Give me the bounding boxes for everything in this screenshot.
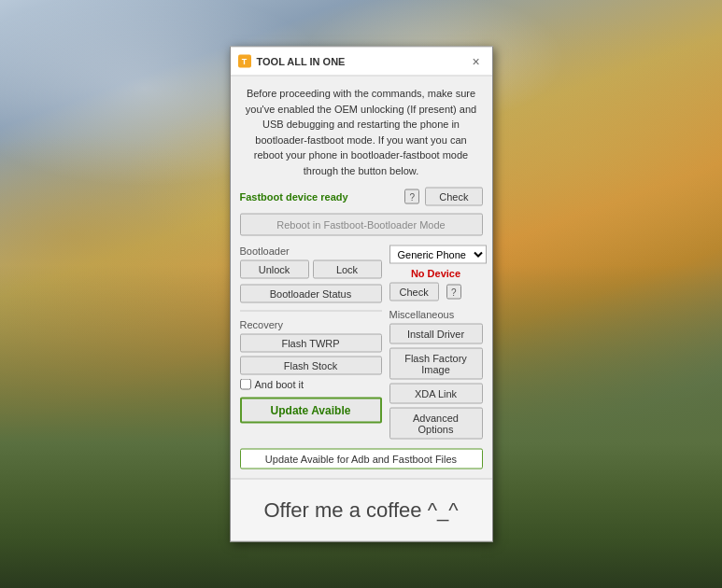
divider-1: [240, 311, 382, 312]
device-select[interactable]: Generic Phone: [389, 245, 487, 264]
recovery-buttons: Flash TWRP Flash Stock: [240, 334, 382, 375]
device-help-icon[interactable]: ?: [446, 285, 461, 300]
fastboot-row: Fastboot device ready ? Check: [240, 188, 483, 206]
install-driver-button[interactable]: Install Driver: [389, 324, 483, 344]
left-column: Bootloader Unlock Lock Bootloader Status…: [240, 245, 382, 443]
lock-button[interactable]: Lock: [313, 260, 382, 279]
window-body: Before proceeding with the commands, mak…: [231, 77, 492, 479]
flash-factory-image-button[interactable]: Flash Factory Image: [389, 348, 483, 380]
check-device-button[interactable]: Check: [389, 283, 439, 301]
and-boot-it-row: And boot it: [240, 379, 382, 390]
update-adb-button[interactable]: Update Avaible for Adb and Fastboot File…: [240, 449, 483, 469]
bootloader-status-button[interactable]: Bootloader Status: [240, 285, 382, 303]
unlock-button[interactable]: Unlock: [240, 260, 309, 279]
device-select-row: Generic Phone: [389, 245, 483, 264]
title-bar-left: T TOOL ALL IN ONE: [238, 55, 346, 68]
and-boot-it-label: And boot it: [255, 379, 304, 390]
bootloader-buttons: Unlock Lock: [240, 260, 382, 279]
miscellaneous-label: Miscellaneous: [389, 309, 483, 320]
app-window: T TOOL ALL IN ONE × Before proceeding wi…: [230, 47, 493, 542]
xda-link-button[interactable]: XDA Link: [389, 384, 483, 404]
update-available-button[interactable]: Update Avaible: [240, 398, 382, 424]
title-bar: T TOOL ALL IN ONE ×: [231, 48, 492, 77]
recovery-section-label: Recovery: [240, 319, 382, 330]
info-text: Before proceeding with the commands, mak…: [240, 86, 483, 178]
no-device-status: No Device: [389, 268, 483, 279]
coffee-section[interactable]: Offer me a coffee ^_^: [231, 479, 492, 541]
flash-stock-button[interactable]: Flash Stock: [240, 357, 382, 375]
check-fastboot-button[interactable]: Check: [425, 188, 482, 206]
advanced-options-button[interactable]: Advanced Options: [389, 408, 483, 440]
window-title: TOOL ALL IN ONE: [257, 56, 346, 67]
bootloader-section-label: Bootloader: [240, 245, 382, 257]
fastboot-help-icon[interactable]: ?: [404, 189, 419, 204]
main-columns: Bootloader Unlock Lock Bootloader Status…: [240, 245, 483, 443]
coffee-text: Offer me a coffee ^_^: [263, 498, 458, 522]
reboot-fastboot-button[interactable]: Reboot in Fastboot-Bootloader Mode: [240, 214, 483, 236]
flash-twrp-button[interactable]: Flash TWRP: [240, 334, 382, 353]
close-button[interactable]: ×: [468, 53, 485, 70]
app-icon: T: [238, 55, 251, 68]
device-check-row: Check ?: [389, 283, 483, 301]
and-boot-it-checkbox[interactable]: [240, 379, 251, 390]
right-column: Generic Phone No Device Check ? Miscella…: [389, 245, 483, 443]
fastboot-status: Fastboot device ready: [240, 191, 348, 203]
